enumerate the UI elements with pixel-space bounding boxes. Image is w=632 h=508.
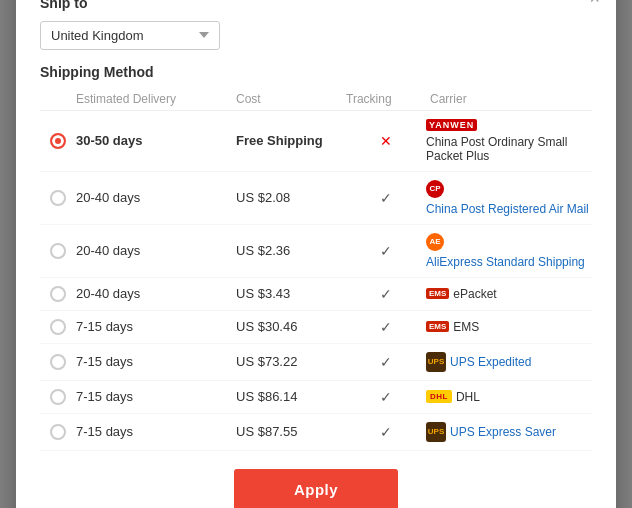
carrier-col: EMSEMS bbox=[426, 320, 592, 334]
shipping-method-label: Shipping Method bbox=[40, 64, 592, 80]
tracking-indicator: ✓ bbox=[346, 190, 426, 206]
shipping-cost: US $87.55 bbox=[236, 424, 346, 439]
delivery-time: 30-50 days bbox=[76, 133, 236, 148]
table-row[interactable]: 7-15 daysUS $30.46✓EMSEMS bbox=[40, 311, 592, 344]
shipping-cost: US $30.46 bbox=[236, 319, 346, 334]
table-row[interactable]: 30-50 daysFree Shipping✕YANWENChina Post… bbox=[40, 111, 592, 172]
carrier-col: YANWENChina Post Ordinary Small Packet P… bbox=[426, 119, 592, 163]
radio-col bbox=[40, 354, 76, 370]
shipping-rows-container: 30-50 daysFree Shipping✕YANWENChina Post… bbox=[40, 111, 592, 451]
radio-button[interactable] bbox=[50, 319, 66, 335]
carrier-logo: EMS bbox=[426, 288, 449, 299]
shipping-cost: US $2.36 bbox=[236, 243, 346, 258]
header-cost: Cost bbox=[236, 92, 346, 106]
carrier-name: China Post Ordinary Small Packet Plus bbox=[426, 135, 592, 163]
radio-button[interactable] bbox=[50, 133, 66, 149]
shipping-cost: US $73.22 bbox=[236, 354, 346, 369]
carrier-col: AEAliExpress Standard Shipping bbox=[426, 233, 592, 269]
radio-col bbox=[40, 286, 76, 302]
shipping-cost: US $2.08 bbox=[236, 190, 346, 205]
tracking-check-icon: ✓ bbox=[380, 243, 392, 259]
radio-button[interactable] bbox=[50, 190, 66, 206]
carrier-logo: CP bbox=[426, 180, 444, 198]
header-tracking: Tracking bbox=[346, 92, 426, 106]
shipping-modal: × Ship to United Kingdom United States G… bbox=[16, 0, 616, 508]
radio-button[interactable] bbox=[50, 354, 66, 370]
header-estimated: Estimated Delivery bbox=[76, 92, 236, 106]
tracking-check-icon: ✓ bbox=[380, 286, 392, 302]
tracking-indicator: ✕ bbox=[346, 133, 426, 149]
table-row[interactable]: 20-40 daysUS $2.36✓AEAliExpress Standard… bbox=[40, 225, 592, 278]
tracking-check-icon: ✓ bbox=[380, 190, 392, 206]
carrier-col: DHLDHL bbox=[426, 390, 592, 404]
table-row[interactable]: 20-40 daysUS $3.43✓EMSePacket bbox=[40, 278, 592, 311]
apply-button-row: Apply bbox=[40, 469, 592, 509]
tracking-indicator: ✓ bbox=[346, 286, 426, 302]
table-row[interactable]: 20-40 daysUS $2.08✓CPChina Post Register… bbox=[40, 172, 592, 225]
ship-to-label: Ship to bbox=[40, 0, 592, 11]
tracking-indicator: ✓ bbox=[346, 354, 426, 370]
carrier-name[interactable]: UPS Expedited bbox=[450, 355, 531, 369]
tracking-indicator: ✓ bbox=[346, 319, 426, 335]
carrier-logo: YANWEN bbox=[426, 119, 477, 131]
delivery-time: 20-40 days bbox=[76, 286, 236, 301]
tracking-check-icon: ✓ bbox=[380, 319, 392, 335]
radio-col bbox=[40, 243, 76, 259]
carrier-name[interactable]: AliExpress Standard Shipping bbox=[426, 255, 585, 269]
carrier-col: UPSUPS Expedited bbox=[426, 352, 592, 372]
radio-button[interactable] bbox=[50, 389, 66, 405]
tracking-indicator: ✓ bbox=[346, 424, 426, 440]
shipping-cost: US $3.43 bbox=[236, 286, 346, 301]
table-row[interactable]: 7-15 daysUS $87.55✓UPSUPS Express Saver bbox=[40, 414, 592, 451]
tracking-x-icon: ✕ bbox=[380, 133, 392, 149]
carrier-logo: AE bbox=[426, 233, 444, 251]
carrier-logo: EMS bbox=[426, 321, 449, 332]
tracking-check-icon: ✓ bbox=[380, 389, 392, 405]
shipping-cost: US $86.14 bbox=[236, 389, 346, 404]
radio-col bbox=[40, 424, 76, 440]
carrier-col: CPChina Post Registered Air Mail bbox=[426, 180, 592, 216]
shipping-cost: Free Shipping bbox=[236, 133, 346, 148]
carrier-col: UPSUPS Express Saver bbox=[426, 422, 592, 442]
tracking-indicator: ✓ bbox=[346, 243, 426, 259]
carrier-name: ePacket bbox=[453, 287, 496, 301]
radio-button[interactable] bbox=[50, 286, 66, 302]
carrier-logo: UPS bbox=[426, 422, 446, 442]
delivery-time: 7-15 days bbox=[76, 319, 236, 334]
delivery-time: 7-15 days bbox=[76, 354, 236, 369]
delivery-time: 7-15 days bbox=[76, 389, 236, 404]
carrier-name: EMS bbox=[453, 320, 479, 334]
table-row[interactable]: 7-15 daysUS $86.14✓DHLDHL bbox=[40, 381, 592, 414]
table-row[interactable]: 7-15 daysUS $73.22✓UPSUPS Expedited bbox=[40, 344, 592, 381]
country-select[interactable]: United Kingdom United States Germany Fra… bbox=[40, 21, 220, 50]
close-button[interactable]: × bbox=[589, 0, 600, 7]
carrier-logo: UPS bbox=[426, 352, 446, 372]
apply-button[interactable]: Apply bbox=[234, 469, 398, 509]
header-carrier: Carrier bbox=[426, 92, 592, 106]
tracking-indicator: ✓ bbox=[346, 389, 426, 405]
delivery-time: 20-40 days bbox=[76, 190, 236, 205]
radio-button[interactable] bbox=[50, 243, 66, 259]
carrier-logo: DHL bbox=[426, 390, 452, 403]
carrier-col: EMSePacket bbox=[426, 287, 592, 301]
carrier-name[interactable]: China Post Registered Air Mail bbox=[426, 202, 589, 216]
carrier-name[interactable]: UPS Express Saver bbox=[450, 425, 556, 439]
radio-col bbox=[40, 389, 76, 405]
table-header: Estimated Delivery Cost Tracking Carrier bbox=[40, 88, 592, 111]
tracking-check-icon: ✓ bbox=[380, 354, 392, 370]
radio-col bbox=[40, 133, 76, 149]
delivery-time: 7-15 days bbox=[76, 424, 236, 439]
delivery-time: 20-40 days bbox=[76, 243, 236, 258]
tracking-check-icon: ✓ bbox=[380, 424, 392, 440]
radio-col bbox=[40, 319, 76, 335]
carrier-name: DHL bbox=[456, 390, 480, 404]
radio-col bbox=[40, 190, 76, 206]
radio-button[interactable] bbox=[50, 424, 66, 440]
